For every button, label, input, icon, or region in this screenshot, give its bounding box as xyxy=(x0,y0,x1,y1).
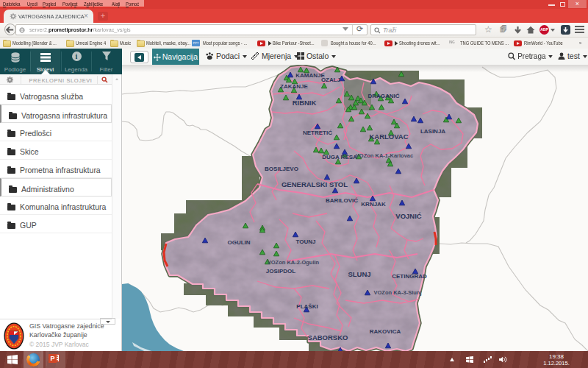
svg-text:OZALJ: OZALJ xyxy=(321,77,340,83)
svg-text:GENERALSKI STOL: GENERALSKI STOL xyxy=(282,180,348,188)
svg-text:ZAKANJE: ZAKANJE xyxy=(280,83,308,90)
svg-text:RAKOVICA: RAKOVICA xyxy=(370,328,401,335)
svg-text:OGULIN: OGULIN xyxy=(227,239,250,246)
svg-text:SLUNJ: SLUNJ xyxy=(348,270,370,278)
svg-text:DRAGANIĆ: DRAGANIĆ xyxy=(368,93,399,99)
svg-text:BARILOVIĆ: BARILOVIĆ xyxy=(326,197,358,204)
svg-text:RIBNIK: RIBNIK xyxy=(293,99,317,107)
svg-text:KRNJAK: KRNJAK xyxy=(361,201,386,208)
svg-text:VOJNIĆ: VOJNIĆ xyxy=(395,212,422,220)
svg-text:VOZon KA-1-Karlovac: VOZon KA-1-Karlovac xyxy=(356,152,413,159)
svg-text:DUGA RESA: DUGA RESA xyxy=(322,154,357,160)
svg-text:CETINGRAD: CETINGRAD xyxy=(392,273,427,280)
svg-text:VOZon KA-2-Ogulin: VOZon KA-2-Ogulin xyxy=(268,259,320,266)
svg-text:TOUNJ: TOUNJ xyxy=(296,238,316,245)
svg-text:NETRETIĆ: NETRETIĆ xyxy=(303,130,332,136)
svg-text:PLAŠKI: PLAŠKI xyxy=(296,303,318,310)
svg-text:VOZon KA-3-Slunj: VOZon KA-3-Slunj xyxy=(374,289,422,296)
svg-text:SABORSKO: SABORSKO xyxy=(308,333,348,342)
svg-text:JOSIPDOL: JOSIPDOL xyxy=(266,268,296,275)
svg-text:KARLOVAC: KARLOVAC xyxy=(369,132,408,141)
svg-text:LASINJA: LASINJA xyxy=(420,128,445,135)
svg-text:BOSILJEVO: BOSILJEVO xyxy=(265,166,298,172)
